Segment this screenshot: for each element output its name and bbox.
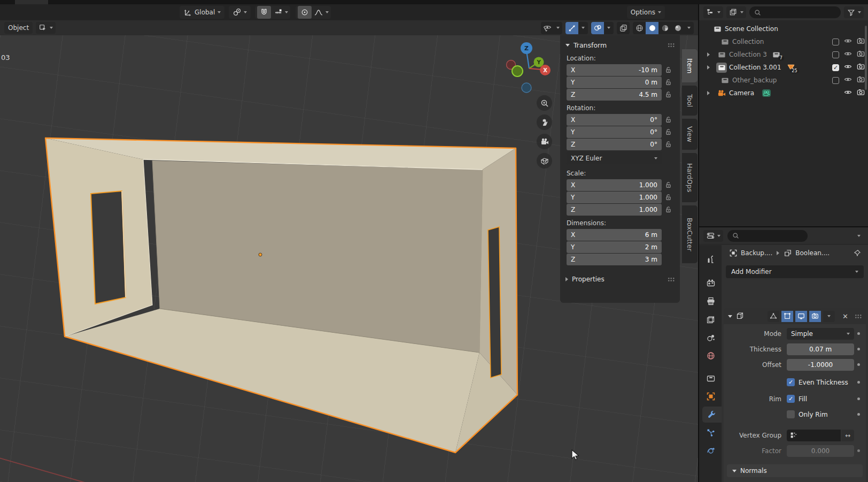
tab-render[interactable] <box>702 275 720 291</box>
drag-dots-icon[interactable] <box>855 314 862 319</box>
rotation-mode-dropdown[interactable]: XYZ Euler <box>567 152 662 164</box>
render-camera-icon[interactable] <box>857 37 865 47</box>
hide-eye-icon[interactable] <box>844 75 852 85</box>
animate-dot[interactable] <box>857 348 860 350</box>
sidebar-tab-boxcutter[interactable]: BoxCutter <box>682 205 698 263</box>
add-modifier-dropdown[interactable]: Add Modifier <box>726 265 864 278</box>
orthographic-toggle-button[interactable] <box>537 153 552 169</box>
lock-icon[interactable] <box>662 194 675 201</box>
lock-icon[interactable] <box>662 141 675 148</box>
chevron-down-icon[interactable] <box>326 11 329 13</box>
solid-shading-button[interactable] <box>646 22 658 34</box>
material-preview-shading-button[interactable] <box>658 22 671 34</box>
modifier-panel-header[interactable]: ✕ <box>724 308 866 324</box>
tab-view-layer[interactable] <box>702 311 720 327</box>
show-in-render-toggle[interactable] <box>809 311 821 322</box>
mode-dropdown[interactable]: Simple <box>787 328 854 340</box>
outliner-filter-dropdown[interactable] <box>844 6 864 18</box>
exclude-checkbox[interactable] <box>832 51 839 58</box>
tab-physics[interactable] <box>702 443 720 459</box>
show-on-cage-toggle[interactable] <box>768 311 779 322</box>
lock-icon[interactable] <box>662 79 675 86</box>
render-camera-icon[interactable] <box>857 88 865 98</box>
properties-options-dropdown[interactable] <box>857 235 861 237</box>
outliner-row-other-backup[interactable]: Other_backup <box>699 74 868 87</box>
snap-magnet-toggle[interactable] <box>257 6 271 19</box>
outliner-row-collection[interactable]: Collection <box>699 35 868 48</box>
proportional-falloff-icon[interactable] <box>314 8 323 17</box>
dimensions-y-field[interactable]: Y2 m <box>567 241 662 253</box>
outliner-row-collection-3-001[interactable]: Collection 3.001 25 ✓ <box>699 61 868 74</box>
lock-icon[interactable] <box>662 91 675 98</box>
show-in-edit-mode-toggle[interactable] <box>781 311 793 322</box>
mode-dropdown[interactable]: Object <box>4 22 33 34</box>
lock-icon[interactable] <box>662 116 675 124</box>
dimensions-x-field[interactable]: X6 m <box>567 229 662 241</box>
properties-panel-header[interactable]: Properties <box>560 273 680 286</box>
animate-dot[interactable] <box>857 413 860 416</box>
animate-dot[interactable] <box>857 381 860 384</box>
pan-hand-button[interactable] <box>537 114 552 130</box>
tab-output[interactable] <box>702 293 720 309</box>
workspace-tab-sliver[interactable] <box>15 0 48 4</box>
animate-dot[interactable] <box>857 332 860 335</box>
tab-particles[interactable] <box>702 425 720 441</box>
gizmo-dropdown[interactable] <box>578 22 588 34</box>
vertex-group-field[interactable] <box>787 430 841 441</box>
editor-type-dropdown[interactable] <box>703 230 723 242</box>
modifier-extras-dropdown[interactable] <box>823 311 835 322</box>
tab-world[interactable] <box>702 348 720 364</box>
location-z-field[interactable]: Z4.5 m <box>567 89 662 101</box>
lock-icon[interactable] <box>662 66 675 74</box>
expand-arrow-icon[interactable] <box>704 91 712 95</box>
animate-dot[interactable] <box>857 397 860 400</box>
drag-dots-icon[interactable] <box>668 277 675 282</box>
outliner-search-input[interactable] <box>749 6 841 18</box>
hide-eye-icon[interactable] <box>844 63 852 72</box>
exclude-checkbox-checked[interactable]: ✓ <box>832 64 839 71</box>
object-visibility-dropdown[interactable] <box>541 22 562 34</box>
outliner-display-mode-dropdown[interactable] <box>703 6 723 18</box>
expand-arrow-icon[interactable] <box>704 52 712 57</box>
chevron-down-icon[interactable] <box>285 11 288 13</box>
tab-object[interactable] <box>702 388 720 404</box>
transform-orientation-dropdown[interactable]: Global <box>180 6 224 19</box>
wireframe-shading-button[interactable] <box>633 22 646 34</box>
show-gizmo-toggle[interactable] <box>565 22 578 34</box>
rotation-z-field[interactable]: Z0° <box>567 139 662 150</box>
rendered-shading-button[interactable] <box>671 22 684 34</box>
lock-icon[interactable] <box>662 181 675 189</box>
thickness-field[interactable]: 0.07 m <box>787 343 854 355</box>
breadcrumb-modifier-name[interactable]: Boolean.... <box>795 249 830 257</box>
invert-vertex-group-button[interactable]: ↔ <box>841 430 854 441</box>
breadcrumb-object-name[interactable]: Backup.... <box>741 249 772 257</box>
zoom-button[interactable] <box>537 95 552 111</box>
outliner-filter-id-dropdown[interactable] <box>726 6 746 18</box>
dimensions-z-field[interactable]: Z3 m <box>567 254 662 265</box>
expand-arrow-icon[interactable] <box>704 65 712 70</box>
tab-tool[interactable] <box>702 251 720 267</box>
hide-eye-icon[interactable] <box>844 37 852 47</box>
factor-field[interactable]: 0.000 <box>787 445 854 457</box>
drag-dots-icon[interactable] <box>668 43 675 48</box>
axis-neg-z-ball[interactable] <box>522 83 531 93</box>
animate-dot[interactable] <box>857 363 860 366</box>
sidebar-tab-item[interactable]: Item <box>682 49 698 82</box>
transform-panel-header[interactable]: Transform <box>560 39 680 51</box>
show-overlays-toggle[interactable] <box>591 22 604 34</box>
hide-eye-icon[interactable] <box>844 88 852 98</box>
animate-dot[interactable] <box>857 449 860 452</box>
offset-field[interactable]: -1.0000 <box>787 359 854 371</box>
options-dropdown[interactable]: Options <box>627 6 665 19</box>
scale-x-field[interactable]: X1.000 <box>567 179 662 191</box>
scale-y-field[interactable]: Y1.000 <box>567 192 662 203</box>
sidebar-tab-tool[interactable]: Tool <box>682 86 698 116</box>
only-rim-checkbox[interactable] <box>787 410 795 418</box>
tab-collection[interactable] <box>702 370 720 386</box>
outliner-row-scene-collection[interactable]: Scene Collection <box>699 22 868 35</box>
even-thickness-checkbox[interactable]: ✓ <box>787 378 795 386</box>
mode-icon-dropdown[interactable] <box>36 22 56 34</box>
hide-eye-icon[interactable] <box>844 50 852 59</box>
rotation-y-field[interactable]: Y0° <box>567 126 662 138</box>
render-camera-icon[interactable] <box>857 50 865 59</box>
